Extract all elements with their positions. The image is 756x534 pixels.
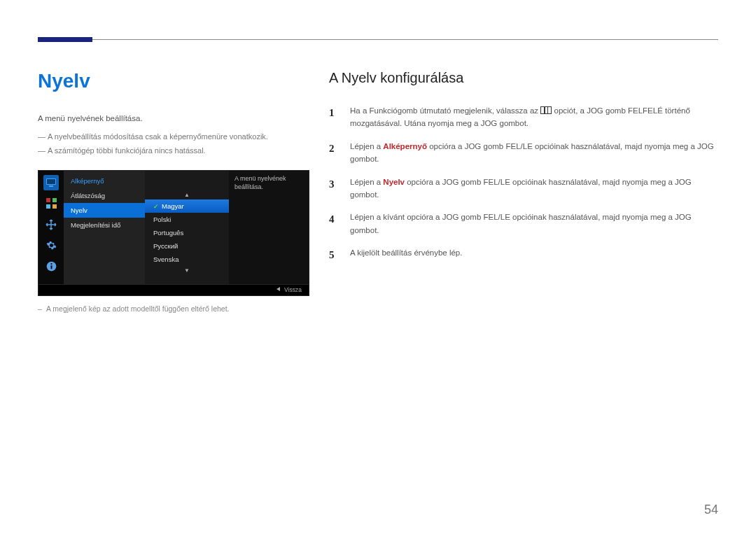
section-title: Nyelv <box>38 70 309 92</box>
svg-rect-2 <box>49 185 53 187</box>
osd-option: Polski <box>145 213 229 226</box>
page-content: Nyelv A menü nyelvének beállítása. A nye… <box>0 0 756 313</box>
text: Lépjen a <box>350 142 383 150</box>
osd-option-selected: Magyar <box>145 199 229 213</box>
strong-text: Nyelv <box>383 178 405 186</box>
osd-option: Português <box>145 226 229 239</box>
step-text: Lépjen a Alképernyő opcióra a JOG gomb F… <box>350 140 718 166</box>
step-1: 1 Ha a Funkciógomb útmutató megjelenik, … <box>329 104 718 130</box>
osd-submenu: ▲ Magyar Polski Português Русский Svensk… <box>145 171 229 284</box>
svg-rect-6 <box>52 204 57 209</box>
step-text: Lépjen a Nyelv opcióra a JOG gomb FEL/LE… <box>350 176 718 202</box>
svg-rect-4 <box>52 198 57 202</box>
svg-rect-1 <box>47 179 55 184</box>
step-number: 3 <box>329 176 339 202</box>
step-number: 2 <box>329 140 339 166</box>
note-1: A nyelvbeállítás módosítása csak a képer… <box>38 130 309 143</box>
menu-icon <box>540 106 552 114</box>
step-text: Ha a Funkciógomb útmutató megjelenik, vá… <box>350 104 718 130</box>
monitor-icon <box>43 175 59 190</box>
left-column: Nyelv A menü nyelvének beállítása. A nye… <box>38 70 309 313</box>
strong-text: Alképernyő <box>383 142 427 150</box>
osd-description: A menü nyelvének beállítása. <box>229 171 309 284</box>
subsection-title: A Nyelv konfigurálása <box>329 70 718 86</box>
back-arrow-icon <box>276 287 280 291</box>
svg-rect-5 <box>46 204 50 209</box>
osd-category: Alképernyő <box>64 174 145 188</box>
chevron-down-icon: ▼ <box>145 266 229 275</box>
svg-rect-3 <box>46 198 50 202</box>
header-accent <box>38 37 92 42</box>
info-icon <box>43 259 59 274</box>
gear-icon <box>43 238 59 253</box>
pip-icon <box>43 196 59 211</box>
osd-option: Svenska <box>145 253 229 266</box>
osd-mockup: Alképernyő Átlátszóság Nyelv Megjeleníté… <box>38 170 309 296</box>
step-5: 5 A kijelölt beállítás érvénybe lép. <box>329 246 718 263</box>
step-text: Lépjen a kívánt opcióra a JOG gomb FEL/L… <box>350 211 718 237</box>
position-icon <box>43 217 59 232</box>
image-caption: A megjelenő kép az adott modelltől függő… <box>38 304 309 313</box>
step-3: 3 Lépjen a Nyelv opcióra a JOG gomb FEL/… <box>329 176 718 202</box>
osd-menu: Alképernyő Átlátszóság Nyelv Megjeleníté… <box>64 171 145 284</box>
step-2: 2 Lépjen a Alképernyő opcióra a JOG gomb… <box>329 140 718 166</box>
step-text: A kijelölt beállítás érvénybe lép. <box>350 246 462 263</box>
chevron-up-icon: ▲ <box>145 190 229 199</box>
step-number: 5 <box>329 246 339 263</box>
svg-rect-9 <box>50 264 52 265</box>
osd-option: Русский <box>145 239 229 253</box>
osd-body: Alképernyő Átlátszóság Nyelv Megjeleníté… <box>38 171 309 284</box>
osd-footer: Vissza <box>38 284 309 295</box>
svg-rect-8 <box>50 266 52 269</box>
intro-text: A menü nyelvének beállítása. <box>38 112 309 126</box>
osd-menu-item: Megjelenítési idő <box>64 218 145 232</box>
note-2: A számítógép többi funkciójára nincs hat… <box>38 144 309 157</box>
back-label: Vissza <box>284 286 302 293</box>
osd-menu-item-selected: Nyelv <box>64 203 145 218</box>
step-number: 4 <box>329 211 339 237</box>
osd-menu-item: Átlátszóság <box>64 188 145 203</box>
page-number: 54 <box>704 503 718 517</box>
right-column: A Nyelv konfigurálása 1 Ha a Funkciógomb… <box>329 70 718 313</box>
step-number: 1 <box>329 104 339 130</box>
step-4: 4 Lépjen a kívánt opcióra a JOG gomb FEL… <box>329 211 718 237</box>
text: Ha a Funkciógomb útmutató megjelenik, vá… <box>350 106 540 115</box>
text: Lépjen a <box>350 178 383 186</box>
header-divider <box>38 39 718 40</box>
osd-iconbar <box>38 171 64 284</box>
